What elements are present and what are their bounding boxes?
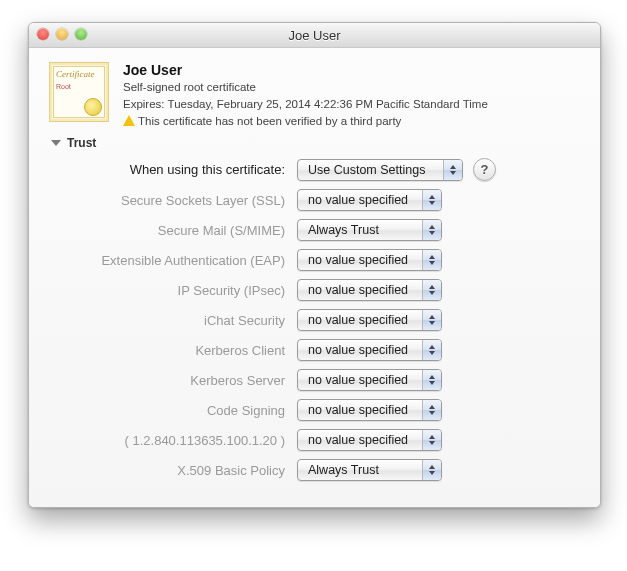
- certificate-warning: This certificate has not been verified b…: [123, 113, 580, 130]
- zoom-button[interactable]: [75, 28, 87, 40]
- trust-rows: When using this certificate: Use Custom …: [69, 158, 580, 481]
- policy-select[interactable]: no value specified: [297, 249, 442, 271]
- policy-select[interactable]: no value specified: [297, 429, 442, 451]
- help-button[interactable]: ?: [473, 158, 496, 181]
- policy-label: Secure Mail (S/MIME): [69, 223, 297, 238]
- certificate-window: Joe User Certificate Root Joe User Self-…: [28, 22, 601, 508]
- window-content: Certificate Root Joe User Self-signed ro…: [29, 48, 600, 507]
- policy-row: ( 1.2.840.113635.100.1.20 )no value spec…: [69, 429, 580, 451]
- policy-label: Extensible Authentication (EAP): [69, 253, 297, 268]
- policy-label: ( 1.2.840.113635.100.1.20 ): [69, 433, 297, 448]
- certificate-type: Self-signed root certificate: [123, 79, 580, 96]
- when-using-row: When using this certificate: Use Custom …: [69, 158, 580, 181]
- when-using-select[interactable]: Use Custom Settings: [297, 159, 463, 181]
- certificate-expires: Expires: Tuesday, February 25, 2014 4:22…: [123, 96, 580, 113]
- policy-select[interactable]: no value specified: [297, 279, 442, 301]
- certificate-header: Certificate Root Joe User Self-signed ro…: [49, 62, 580, 130]
- close-button[interactable]: [37, 28, 49, 40]
- policy-label: iChat Security: [69, 313, 297, 328]
- policy-row: iChat Securityno value specified: [69, 309, 580, 331]
- certificate-summary: Joe User Self-signed root certificate Ex…: [123, 62, 580, 130]
- trust-section-label: Trust: [67, 136, 96, 150]
- policy-label: Code Signing: [69, 403, 297, 418]
- when-using-label: When using this certificate:: [69, 162, 297, 177]
- warning-icon: [123, 115, 135, 126]
- policy-select[interactable]: no value specified: [297, 369, 442, 391]
- disclosure-triangle-icon: [51, 140, 61, 146]
- policy-label: X.509 Basic Policy: [69, 463, 297, 478]
- policy-select[interactable]: Always Trust: [297, 459, 442, 481]
- policy-row: Code Signingno value specified: [69, 399, 580, 421]
- policy-label: Secure Sockets Layer (SSL): [69, 193, 297, 208]
- traffic-lights: [37, 28, 87, 40]
- policy-select[interactable]: no value specified: [297, 339, 442, 361]
- policy-row: Secure Sockets Layer (SSL)no value speci…: [69, 189, 580, 211]
- policy-row: Secure Mail (S/MIME)Always Trust: [69, 219, 580, 241]
- policy-label: Kerberos Client: [69, 343, 297, 358]
- policy-select[interactable]: Always Trust: [297, 219, 442, 241]
- window-title: Joe User: [288, 28, 340, 43]
- policy-label: Kerberos Server: [69, 373, 297, 388]
- certificate-warning-text: This certificate has not been verified b…: [138, 115, 401, 127]
- policy-select[interactable]: no value specified: [297, 309, 442, 331]
- policy-row: X.509 Basic PolicyAlways Trust: [69, 459, 580, 481]
- trust-disclosure[interactable]: Trust: [51, 136, 580, 150]
- minimize-button[interactable]: [56, 28, 68, 40]
- trust-section: Trust When using this certificate: Use C…: [49, 136, 580, 481]
- policy-row: Kerberos Clientno value specified: [69, 339, 580, 361]
- policy-select[interactable]: no value specified: [297, 189, 442, 211]
- titlebar: Joe User: [29, 23, 600, 48]
- policy-row: IP Security (IPsec)no value specified: [69, 279, 580, 301]
- policy-label: IP Security (IPsec): [69, 283, 297, 298]
- policy-select[interactable]: no value specified: [297, 399, 442, 421]
- certificate-icon: Certificate Root: [49, 62, 109, 122]
- policy-row: Kerberos Serverno value specified: [69, 369, 580, 391]
- certificate-name: Joe User: [123, 62, 580, 78]
- policy-row: Extensible Authentication (EAP)no value …: [69, 249, 580, 271]
